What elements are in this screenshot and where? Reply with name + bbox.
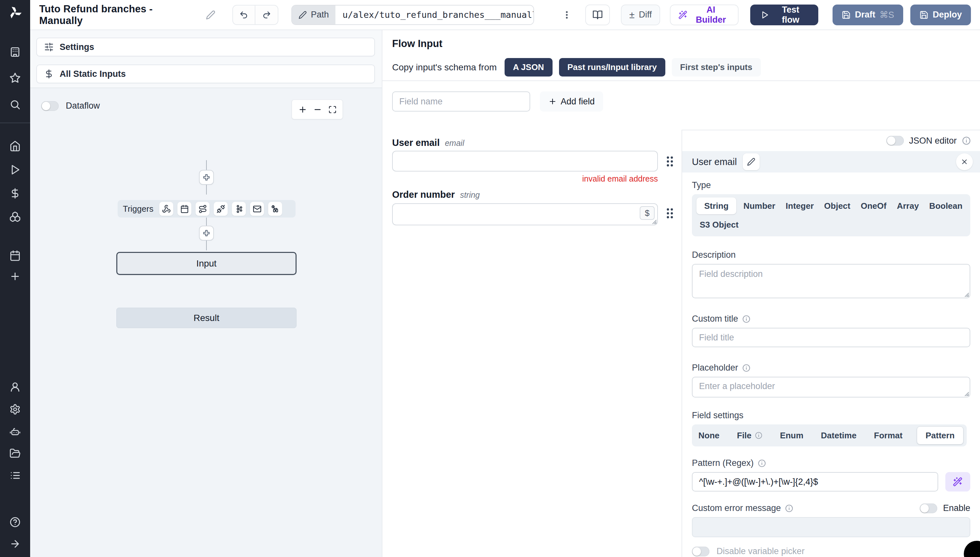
ai-builder-button[interactable]: AI Builder	[670, 5, 739, 25]
email-validation-error: invalid email address	[392, 174, 658, 184]
result-node[interactable]: Result	[116, 308, 297, 328]
add-step-button[interactable]	[199, 226, 214, 241]
type-boolean-button[interactable]: Boolean	[926, 197, 966, 214]
deploy-button[interactable]: Deploy	[910, 5, 971, 25]
all-static-inputs-button[interactable]: All Static Inputs	[36, 65, 375, 83]
path-value[interactable]: u/alex/tuto_refund_branches___manually	[335, 5, 534, 24]
generate-regex-wand-button[interactable]	[945, 472, 970, 492]
zoom-in-button[interactable]	[298, 105, 307, 114]
path-field[interactable]: Path u/alex/tuto_refund_branches___manua…	[291, 5, 534, 25]
json-editor-label: JSON editor	[909, 136, 957, 146]
copy-from-past-runs-button[interactable]: Past runs/Input library	[559, 58, 665, 77]
property-editor-content: Type String Number Integer Object OneOf …	[682, 173, 980, 557]
undo-button[interactable]	[233, 5, 255, 24]
setting-datetime-button[interactable]: Datetime	[817, 428, 860, 443]
runs-play-icon[interactable]	[10, 164, 21, 175]
info-icon[interactable]	[742, 315, 751, 323]
home-icon[interactable]	[10, 140, 21, 152]
drag-handle-icon[interactable]	[665, 155, 675, 169]
flow-settings-button[interactable]: Settings	[36, 37, 375, 56]
type-s3-object-button[interactable]: S3 Object	[696, 216, 742, 233]
workspace-icon[interactable]	[10, 46, 21, 58]
schedules-calendar-icon[interactable]	[10, 250, 21, 261]
setting-file-button[interactable]: File	[734, 428, 766, 443]
type-string-button[interactable]: String	[696, 197, 736, 214]
webhook-trigger-icon[interactable]	[159, 202, 173, 216]
diff-button[interactable]: ±Diff	[621, 5, 660, 25]
pattern-regex-input[interactable]	[692, 472, 938, 492]
kafka-trigger-icon[interactable]	[232, 202, 246, 216]
info-icon[interactable]	[962, 136, 971, 145]
test-flow-button[interactable]: Test flow	[750, 5, 818, 25]
scheduled-poll-trigger-icon[interactable]	[268, 202, 282, 216]
fields-panel: Add field User email email invalid email…	[382, 81, 681, 557]
setting-enum-button[interactable]: Enum	[777, 428, 807, 443]
email-trigger-icon[interactable]	[250, 202, 264, 216]
property-editor-panel: JSON editor User email Type	[681, 130, 980, 557]
more-options-kebab-icon[interactable]	[562, 10, 572, 20]
input-node[interactable]: Input	[116, 252, 297, 275]
enable-label: Enable	[943, 503, 970, 513]
dataflow-toggle[interactable]	[41, 101, 59, 111]
users-icon[interactable]	[10, 381, 21, 393]
collapse-arrow-icon[interactable]	[10, 538, 21, 550]
close-panel-icon[interactable]	[956, 153, 973, 170]
drag-handle-icon[interactable]	[665, 207, 675, 221]
websocket-trigger-icon[interactable]	[214, 202, 228, 216]
canvas-zoom-controls	[292, 99, 343, 119]
flow-title: Tuto Refund branches - Manually	[39, 3, 189, 26]
user-email-value-input[interactable]	[392, 151, 658, 171]
zoom-out-button[interactable]	[313, 105, 322, 114]
setting-format-button[interactable]: Format	[871, 428, 906, 443]
description-textarea[interactable]	[692, 264, 970, 298]
variables-dollar-icon[interactable]	[10, 188, 21, 199]
path-label: Path	[292, 5, 335, 24]
insert-variable-button[interactable]: $	[640, 206, 655, 220]
type-object-button[interactable]: Object	[821, 197, 853, 214]
placeholder-textarea[interactable]	[692, 377, 970, 397]
copy-from-json-button[interactable]: A JSON	[505, 58, 553, 77]
settings-gear-icon[interactable]	[10, 404, 21, 415]
type-integer-button[interactable]: Integer	[782, 197, 817, 214]
undo-redo-group	[232, 5, 279, 25]
folders-icon[interactable]	[10, 448, 21, 459]
setting-none-button[interactable]: None	[695, 428, 723, 443]
logs-list-icon[interactable]	[10, 470, 21, 481]
windmill-logo-icon[interactable]	[7, 5, 23, 20]
disable-variable-picker-label: Disable variable picker	[717, 546, 804, 556]
rename-field-pencil-icon[interactable]	[743, 153, 760, 170]
copy-from-first-step-button[interactable]: First step's inputs	[672, 58, 761, 77]
info-icon[interactable]	[742, 364, 751, 372]
add-plus-icon[interactable]	[10, 271, 21, 282]
flow-canvas[interactable]: Dataflow Triggers	[30, 88, 382, 557]
http-route-trigger-icon[interactable]	[195, 202, 210, 216]
type-number-button[interactable]: Number	[740, 197, 778, 214]
app-window: Tuto Refund branches - Manually Path u/a…	[0, 0, 980, 557]
custom-error-enable-toggle[interactable]	[920, 503, 937, 513]
info-icon[interactable]	[785, 504, 793, 513]
info-icon[interactable]	[758, 459, 766, 467]
add-field-button[interactable]: Add field	[540, 91, 603, 112]
search-icon[interactable]	[10, 99, 21, 110]
redo-button[interactable]	[255, 5, 278, 24]
resources-boxes-icon[interactable]	[10, 211, 21, 222]
order-number-value-input[interactable]	[392, 203, 658, 225]
json-editor-toggle[interactable]	[886, 136, 904, 146]
type-oneof-button[interactable]: OneOf	[858, 197, 890, 214]
schedule-trigger-icon[interactable]	[177, 202, 192, 216]
ai-robot-icon[interactable]	[10, 426, 21, 437]
add-step-button[interactable]	[199, 170, 214, 185]
custom-title-input[interactable]	[692, 328, 970, 347]
draft-button[interactable]: Draft ⌘S	[832, 5, 903, 25]
help-icon[interactable]	[10, 516, 21, 528]
triggers-node[interactable]: Triggers	[118, 200, 296, 218]
favorites-star-icon[interactable]	[10, 72, 21, 84]
setting-pattern-button[interactable]: Pattern	[917, 426, 964, 445]
disable-variable-picker-toggle[interactable]	[692, 547, 709, 556]
docs-book-button[interactable]	[585, 5, 610, 25]
field-name-input[interactable]	[392, 91, 530, 112]
edit-title-pencil-icon[interactable]	[206, 10, 216, 20]
fit-view-button[interactable]	[328, 105, 337, 114]
custom-error-message-input[interactable]	[692, 517, 970, 537]
type-array-button[interactable]: Array	[894, 197, 922, 214]
